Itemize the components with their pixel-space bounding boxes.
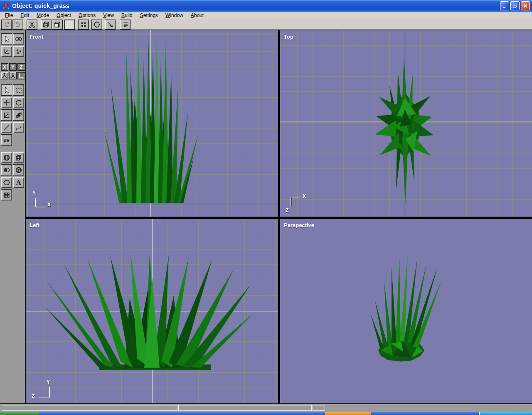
ngon-button[interactable]: [1, 177, 12, 188]
restore-button[interactable]: [510, 1, 520, 10]
axis-button[interactable]: [105, 20, 116, 30]
triad-button[interactable]: [1, 46, 12, 57]
points-button[interactable]: [78, 20, 89, 30]
taskbar-segment-orange[interactable]: [325, 412, 371, 415]
smooth-icon: [66, 21, 73, 28]
window-title: Object: quick_grass: [12, 2, 498, 9]
world-axes-button[interactable]: [1, 72, 8, 79]
curve-icon: [15, 124, 22, 131]
viewport-perspective-label: Perspective: [284, 222, 314, 228]
x-axis-toggle[interactable]: X: [1, 63, 8, 71]
menu-item-options[interactable]: Options: [75, 12, 99, 19]
curve-button[interactable]: [13, 122, 24, 133]
viewport-perspective[interactable]: Perspective: [280, 219, 532, 403]
y-axis-toggle[interactable]: Y: [9, 63, 17, 71]
object-axes-icon: [9, 72, 17, 79]
cylinder-icon: [3, 166, 10, 174]
viewport-top[interactable]: Top X Z: [280, 30, 532, 217]
pointer-button[interactable]: [1, 33, 12, 44]
menu-item-object[interactable]: Object: [53, 12, 75, 19]
main-toolbar: [0, 19, 532, 30]
cut-icon: [28, 21, 36, 28]
viewport-area: Front Y X Top X: [26, 30, 532, 403]
screen-axes-button[interactable]: [17, 72, 25, 79]
move-icon: [3, 99, 10, 106]
pointer-icon: [3, 86, 10, 94]
scrollbar-segment-3[interactable]: [313, 405, 325, 411]
points3-icon: [15, 48, 22, 55]
edges-button[interactable]: [91, 20, 102, 30]
points3-button[interactable]: [13, 46, 24, 57]
z-axis-toggle[interactable]: Z: [17, 63, 25, 71]
app-icon: [2, 2, 10, 10]
scale-button[interactable]: [1, 109, 12, 121]
marquee-icon: [15, 86, 22, 94]
object-axes-button[interactable]: [9, 72, 17, 79]
smooth-button[interactable]: [64, 20, 75, 30]
menu-item-window[interactable]: Window: [162, 12, 187, 19]
menu-item-build[interactable]: Build: [118, 12, 136, 19]
rotate-button[interactable]: [13, 97, 24, 108]
uv-tool[interactable]: uv: [1, 134, 12, 146]
menu-item-edit[interactable]: Edit: [17, 12, 33, 19]
meshgrid-icon: [3, 191, 10, 199]
taskbar-segment-blue[interactable]: [39, 412, 325, 415]
nonuniform-button[interactable]: [13, 109, 24, 121]
bottom-scrollbar[interactable]: [0, 403, 532, 412]
triad-icon: [3, 48, 10, 55]
menu-item-about[interactable]: About: [187, 12, 207, 19]
windows-taskbar-sliver[interactable]: [0, 412, 532, 415]
cut-button[interactable]: [27, 20, 37, 30]
menu-item-view[interactable]: View: [99, 12, 118, 19]
world-axes-icon: [1, 72, 8, 79]
close-button[interactable]: [521, 1, 530, 10]
minimize-button[interactable]: [500, 1, 509, 10]
solid-button[interactable]: [52, 20, 63, 30]
scale-icon: [3, 111, 10, 119]
top-axis-x-label: X: [303, 193, 306, 199]
front-axis-y-label: Y: [32, 190, 36, 196]
axis-icon: [106, 21, 114, 28]
grass-model-left-view: [26, 219, 278, 403]
scrollbar-segment-1[interactable]: [2, 405, 177, 411]
eye-button[interactable]: [13, 33, 24, 44]
scrollbar-segment-2[interactable]: [178, 405, 312, 411]
viewport-top-label: Top: [284, 34, 293, 40]
wireframe-button[interactable]: [41, 20, 52, 30]
menu-item-file[interactable]: File: [1, 12, 17, 19]
sphere-icon: [3, 154, 10, 161]
viewport-front-label: Front: [30, 34, 43, 40]
viewport-left[interactable]: Left Y Z: [26, 219, 278, 403]
pointer-icon: [3, 35, 10, 43]
top-axis-indicator: X Z: [285, 192, 309, 215]
taskbar-segment-blue[interactable]: [371, 412, 479, 415]
menu-item-settings[interactable]: Settings: [136, 12, 162, 19]
geosphere-button[interactable]: [13, 164, 24, 175]
select-tool[interactable]: [1, 84, 12, 96]
meshgrid-button[interactable]: [1, 189, 12, 200]
taskbar-segment-cyan[interactable]: [480, 412, 532, 415]
marquee-button[interactable]: [13, 84, 24, 96]
taskbar-segment-green[interactable]: [0, 412, 39, 415]
solid-icon: [54, 21, 61, 28]
left-axis-y-label: Y: [47, 379, 50, 385]
cubegrid-button[interactable]: [13, 152, 24, 163]
undo-icon: [3, 21, 10, 28]
tool-sidebar: XYZuvA: [0, 30, 26, 403]
screen-axes-icon: [17, 72, 25, 79]
viewport-front[interactable]: Front Y X: [26, 30, 278, 217]
undo-button[interactable]: [1, 20, 12, 30]
app-window: Object: quick_grass FileEditModeObjectOp…: [0, 0, 532, 415]
line-button[interactable]: [1, 122, 12, 133]
cubegrid-icon: [15, 154, 22, 161]
move-button[interactable]: [1, 97, 12, 108]
menu-item-mode[interactable]: Mode: [33, 12, 53, 19]
list-button[interactable]: [120, 20, 131, 30]
text-tool[interactable]: A: [13, 177, 24, 188]
sphere-button[interactable]: [1, 152, 12, 163]
title-bar: Object: quick_grass: [0, 0, 532, 12]
viewport-left-label: Left: [30, 222, 39, 228]
redo-button[interactable]: [12, 20, 23, 30]
edges-icon: [93, 21, 101, 28]
cylinder-button[interactable]: [1, 164, 12, 175]
